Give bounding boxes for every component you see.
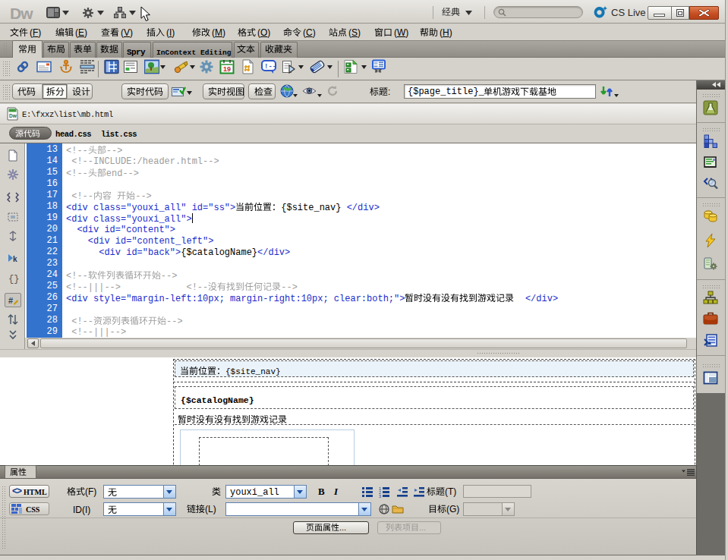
svg-text:19: 19 bbox=[223, 65, 231, 73]
svg-text:Dw: Dw bbox=[9, 113, 17, 118]
svg-text:{}: {} bbox=[8, 274, 19, 284]
svg-text:!--: !-- bbox=[264, 63, 276, 71]
svg-text:k: k bbox=[13, 255, 17, 263]
svg-text:#: # bbox=[8, 296, 13, 305]
svg-text:3: 3 bbox=[379, 494, 381, 499]
